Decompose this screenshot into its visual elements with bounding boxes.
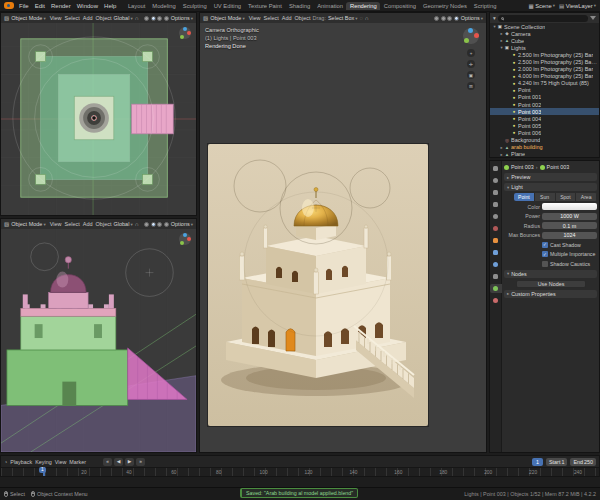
properties-tab-constraints-icon[interactable]: [490, 272, 502, 281]
menu-item[interactable]: Render: [48, 3, 74, 9]
radius-field[interactable]: 0.1 m: [542, 222, 597, 229]
max-bounces-field[interactable]: 1024: [542, 232, 597, 239]
scene-selector[interactable]: ▦ Scene▾: [528, 3, 555, 9]
timeline-menu[interactable]: Keying: [35, 459, 51, 465]
outliner-row[interactable]: ▸ ◆ Camera: [490, 30, 599, 37]
viewport-menu[interactable]: Add: [282, 15, 292, 21]
workspace-tab[interactable]: Rendering: [346, 2, 380, 10]
workspace-tab[interactable]: Modeling: [149, 2, 180, 10]
filter-icon[interactable]: [590, 16, 596, 20]
frame-start-field[interactable]: Start1: [546, 458, 567, 466]
mode-dropdown[interactable]: Object Mode▾: [210, 15, 244, 21]
properties-tab-scene-icon[interactable]: [490, 212, 502, 221]
outliner-row[interactable]: ◎ Background: [490, 137, 599, 144]
editor-type-icon[interactable]: ▧: [4, 221, 9, 227]
menu-item[interactable]: Window: [74, 3, 101, 9]
shadow-caustics-checkbox[interactable]: [542, 261, 548, 267]
timeline-menu[interactable]: View: [55, 459, 67, 465]
workspace-tab[interactable]: Animation: [314, 2, 347, 10]
outliner-row[interactable]: ● 4.240 lm 75 High Output (85): [490, 80, 599, 87]
timeline-menu[interactable]: Playback: [10, 459, 32, 465]
jump-to-start-button[interactable]: «: [103, 458, 112, 466]
outliner-row[interactable]: ● 2.500 lm Photography (25) Bar.001: [490, 58, 599, 65]
viewport-menu[interactable]: Object: [295, 15, 311, 21]
building-front-view[interactable]: [7, 257, 187, 406]
workspace-tab[interactable]: Scripting: [470, 2, 500, 10]
saved-notification-toast[interactable]: Saved: "Arab building al model applied.b…: [240, 488, 358, 498]
viewport-menu[interactable]: Add: [83, 221, 93, 227]
mode-dropdown[interactable]: Object Mode▾: [11, 15, 45, 21]
navigation-gizmo[interactable]: [179, 27, 191, 39]
workspace-tab[interactable]: Compositing: [380, 2, 419, 10]
camera-render-frame[interactable]: [208, 144, 428, 426]
outliner-row[interactable]: ● 2.000 lm Photography (25) Bar: [490, 66, 599, 73]
play-reverse-button[interactable]: ◀: [114, 458, 123, 466]
viewport-menu[interactable]: View: [249, 15, 261, 21]
options-dropdown[interactable]: Options▾: [171, 221, 193, 227]
transform-orientation-dropdown[interactable]: Global▾: [113, 221, 132, 227]
light-type-button[interactable]: Sun: [535, 193, 556, 201]
outliner-row[interactable]: ▸ ▲ arab building: [490, 144, 599, 151]
workspace-tab[interactable]: Layout: [124, 2, 148, 10]
viewport-canvas[interactable]: [1, 229, 196, 452]
properties-tab-object-data-icon[interactable]: [490, 284, 502, 293]
snap-magnet-icon[interactable]: ∩: [365, 15, 369, 21]
snap-magnet-icon[interactable]: ∩: [135, 221, 139, 227]
color-swatch[interactable]: [542, 203, 597, 210]
outliner-row[interactable]: ▸ ▲ Plane: [490, 151, 599, 157]
wireframe-shading-icon[interactable]: [144, 16, 149, 21]
snap-magnet-icon[interactable]: ∩: [135, 15, 139, 21]
navigation-gizmo[interactable]: [179, 233, 191, 245]
drag-tool-dropdown[interactable]: Select Box▾: [328, 15, 358, 21]
menu-item[interactable]: Edit: [32, 3, 48, 9]
viewport-menu[interactable]: View: [50, 15, 62, 21]
workspace-tab[interactable]: Geometry Nodes: [419, 2, 470, 10]
rendered-shading-icon[interactable]: [164, 16, 169, 21]
jump-to-end-button[interactable]: »: [136, 458, 145, 466]
menu-item[interactable]: Help: [101, 3, 119, 9]
pan-hand-icon[interactable]: ✛: [467, 60, 475, 68]
viewport-menu[interactable]: Add: [83, 15, 93, 21]
options-dropdown[interactable]: Options▾: [171, 15, 193, 21]
outliner-row[interactable]: ● Point 003: [490, 108, 599, 115]
properties-tab-view-layer-icon[interactable]: [490, 200, 502, 209]
viewport-menu[interactable]: Select: [64, 221, 79, 227]
properties-tab-output-icon[interactable]: [490, 188, 502, 197]
material-shading-icon[interactable]: [157, 222, 162, 227]
material-shading-icon[interactable]: [157, 16, 162, 21]
playhead[interactable]: 1: [43, 467, 45, 476]
timeline-ruler[interactable]: 20406080100120140160180200220240 1: [1, 467, 599, 476]
outliner-row[interactable]: ● Point 006: [490, 129, 599, 136]
timeline-menu[interactable]: Marker: [69, 459, 86, 465]
blender-logo-icon[interactable]: [4, 2, 14, 9]
editor-type-icon[interactable]: ▧: [4, 15, 9, 21]
camera-view-icon[interactable]: ▣: [467, 71, 475, 79]
breadcrumb-data-name[interactable]: Point 003: [547, 164, 570, 170]
outliner-row[interactable]: ● Point: [490, 87, 599, 94]
play-button[interactable]: ▶: [125, 458, 134, 466]
properties-tab-object-icon[interactable]: [490, 236, 502, 245]
outliner-row[interactable]: ▸ ▲ Cube: [490, 37, 599, 44]
transform-orientation-dropdown[interactable]: Global▾: [113, 15, 132, 21]
rendered-shading-icon[interactable]: [164, 222, 169, 227]
solid-shading-icon[interactable]: [151, 222, 156, 227]
workspace-tab[interactable]: UV Editing: [210, 2, 244, 10]
viewport-menu[interactable]: Select: [263, 15, 278, 21]
grid-toggle-icon[interactable]: ⊞: [467, 82, 475, 90]
viewport-menu[interactable]: Select: [64, 15, 79, 21]
custom-properties-section-header[interactable]: ▸Custom Properties: [504, 290, 597, 298]
use-nodes-button[interactable]: Use Nodes: [516, 280, 586, 288]
wireframe-shading-icon[interactable]: [144, 222, 149, 227]
viewport-canvas[interactable]: [1, 23, 196, 215]
viewport-menu[interactable]: View: [50, 221, 62, 227]
outliner-editor-icon[interactable]: ▾: [493, 15, 496, 21]
outliner-row[interactable]: ● 4.000 lm Photography (25) Bar: [490, 73, 599, 80]
properties-tab-modifiers-icon[interactable]: [490, 248, 502, 257]
solid-shading-icon[interactable]: [441, 16, 446, 21]
outliner-row[interactable]: ● Point 004: [490, 115, 599, 122]
mode-dropdown[interactable]: Object Mode▾: [11, 221, 45, 227]
workspace-tab[interactable]: Texture Paint: [245, 2, 286, 10]
breadcrumb-object-name[interactable]: Point 003: [511, 164, 534, 170]
cast-shadow-checkbox[interactable]: ✓: [542, 242, 548, 248]
workspace-tab[interactable]: Shading: [285, 2, 313, 10]
